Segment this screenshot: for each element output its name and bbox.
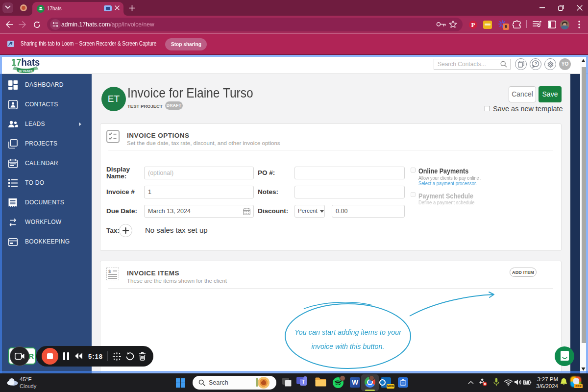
svg-text:?: ? bbox=[535, 61, 538, 66]
svg-text:• 10 YEARS •: • 10 YEARS • bbox=[17, 70, 34, 73]
